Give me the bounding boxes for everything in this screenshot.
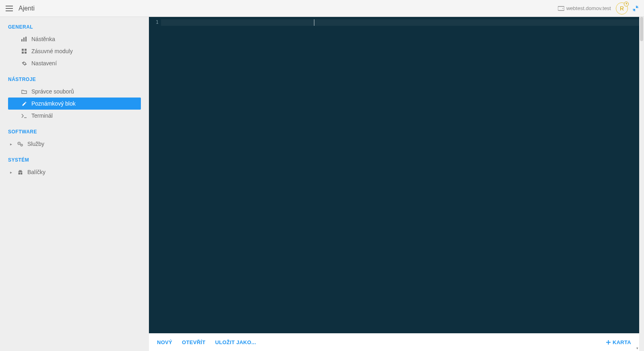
- sidebar-item-label: Správce souborů: [31, 88, 74, 95]
- svg-point-14: [21, 145, 22, 145]
- sidebar-item-label: Poznámkový blok: [31, 100, 76, 107]
- svg-rect-8: [25, 49, 27, 51]
- svg-rect-16: [606, 342, 611, 343]
- section-header-tools: NÁSTROJE: [8, 77, 141, 82]
- page-scrollbar[interactable]: [639, 17, 644, 351]
- top-navbar: Ajenti webtest.domov.test R ✶: [0, 0, 644, 17]
- editor-content[interactable]: [161, 17, 639, 333]
- sidebar-item-settings[interactable]: Nastavení: [8, 57, 141, 69]
- cogs-icon: [17, 141, 23, 147]
- sidebar-item-label: Nástěnka: [31, 36, 55, 42]
- svg-point-3: [562, 8, 563, 9]
- sidebar: GENERAL Nástěnka Zásuvné moduly Nastaven…: [0, 17, 149, 351]
- sidebar-item-services[interactable]: ▸ Služby: [8, 138, 141, 150]
- sidebar-item-dashboard[interactable]: Nástěnka: [8, 33, 141, 45]
- elevated-badge-icon: ✶: [624, 2, 629, 6]
- sidebar-item-packages[interactable]: ▸ Balíčky: [8, 166, 141, 178]
- pencil-icon: [21, 101, 27, 106]
- svg-rect-6: [25, 37, 27, 42]
- sidebar-item-terminal[interactable]: Terminál: [8, 110, 141, 122]
- editor-toolbar: NOVÝ OTEVŘÍT ULOŽIT JAKO... KARTA: [149, 333, 639, 351]
- corner-caret-icon: ▾: [636, 346, 638, 350]
- navbar-left: Ajenti: [6, 5, 552, 12]
- section-header-general: GENERAL: [8, 24, 141, 30]
- toggle-widescreen-button[interactable]: [633, 6, 638, 11]
- disk-icon: [558, 6, 564, 11]
- app-title: Ajenti: [19, 5, 35, 12]
- svg-rect-0: [6, 6, 13, 6]
- open-button[interactable]: OTEVŘÍT: [182, 339, 205, 345]
- svg-rect-9: [22, 52, 24, 54]
- user-initial: R: [620, 5, 624, 12]
- add-tab-button[interactable]: KARTA: [606, 339, 631, 345]
- svg-rect-2: [6, 10, 13, 11]
- sidebar-item-label: Zásuvné moduly: [31, 48, 73, 54]
- svg-point-12: [19, 143, 19, 143]
- svg-rect-7: [22, 49, 24, 51]
- menu-toggle-button[interactable]: [6, 6, 13, 11]
- scrollbar-thumb[interactable]: [640, 17, 643, 41]
- sidebar-item-label: Terminál: [31, 112, 53, 119]
- terminal-icon: [21, 114, 27, 118]
- sidebar-item-filemanager[interactable]: Správce souborů: [8, 85, 141, 98]
- editor-cursor: [314, 19, 314, 26]
- layout: GENERAL Nástěnka Zásuvné moduly Nastaven…: [0, 17, 644, 351]
- section-header-system: SYSTÉM: [8, 157, 141, 163]
- hamburger-icon: [6, 6, 13, 11]
- sidebar-item-label: Nastavení: [31, 60, 57, 66]
- editor-active-line: [161, 19, 639, 26]
- bar-chart-icon: [21, 37, 27, 42]
- caret-right-icon: ▸: [9, 142, 13, 146]
- folder-icon: [21, 89, 27, 94]
- caret-right-icon: ▸: [9, 170, 13, 174]
- plus-icon: [606, 340, 611, 345]
- code-editor[interactable]: 1: [149, 17, 639, 333]
- user-menu-button[interactable]: R ✶: [616, 2, 628, 15]
- svg-rect-5: [23, 37, 25, 42]
- svg-rect-4: [21, 39, 23, 42]
- gift-icon: [17, 170, 23, 175]
- section-header-software: SOFTWARE: [8, 129, 141, 135]
- add-tab-label: KARTA: [613, 339, 631, 345]
- sidebar-item-label: Služby: [27, 141, 44, 147]
- svg-rect-1: [6, 8, 13, 9]
- save-as-button[interactable]: ULOŽIT JAKO...: [215, 339, 256, 345]
- svg-rect-10: [25, 52, 27, 54]
- gear-icon: [21, 61, 27, 66]
- new-button[interactable]: NOVÝ: [157, 339, 172, 345]
- host-indicator[interactable]: webtest.domov.test: [558, 5, 611, 11]
- editor-gutter: 1: [149, 17, 161, 333]
- navbar-right: webtest.domov.test R ✶: [558, 2, 638, 15]
- main-content: 1 NOVÝ OTEVŘÍT ULOŽIT JAKO... KARTA: [149, 17, 639, 351]
- host-label-text: webtest.domov.test: [566, 5, 611, 11]
- grid-icon: [21, 49, 27, 54]
- sidebar-item-plugins[interactable]: Zásuvné moduly: [8, 45, 141, 57]
- compress-icon: [633, 6, 638, 11]
- sidebar-item-notepad[interactable]: Poznámkový blok: [8, 98, 141, 110]
- sidebar-item-label: Balíčky: [27, 169, 45, 175]
- line-number: 1: [149, 19, 159, 25]
